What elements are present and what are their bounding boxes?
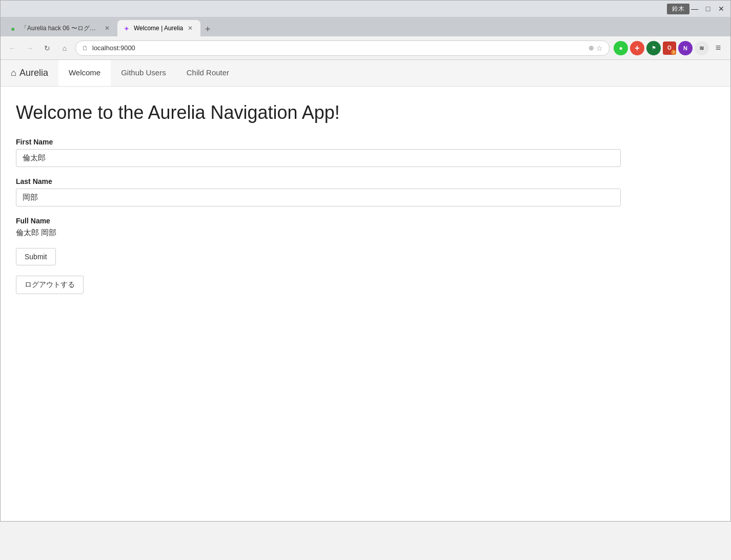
reload-button[interactable]: ↻ <box>40 42 54 55</box>
url-bar[interactable]: 🗋 localhost:9000 ⊕ ☆ <box>75 40 610 56</box>
nav-tab-child-router[interactable]: Child Router <box>176 60 239 86</box>
app-nav: ⌂ Aurelia Welcome Github Users Child Rou… <box>1 60 730 87</box>
nav-tabs: Welcome Github Users Child Router <box>58 60 239 86</box>
user-profile[interactable]: 鈴木 <box>667 4 689 14</box>
nav-tab-github-users[interactable]: Github Users <box>111 60 176 86</box>
title-bar: 鈴木 — □ ✕ <box>1 1 730 17</box>
full-name-label: Full Name <box>16 217 715 225</box>
tab2-title: Welcome | Aurelia <box>134 25 183 32</box>
logout-button[interactable]: ログアウトする <box>16 276 84 294</box>
nav-tab-welcome[interactable]: Welcome <box>58 60 111 86</box>
app-content: ⌂ Aurelia Welcome Github Users Child Rou… <box>1 60 730 521</box>
last-name-input[interactable] <box>16 189 621 206</box>
rss-icon: ⊕ <box>588 44 594 52</box>
home-button[interactable]: ⌂ <box>58 42 71 55</box>
minimize-button[interactable]: — <box>689 4 700 14</box>
new-tab-button[interactable]: + <box>200 22 215 36</box>
tab1-title: 「Aurelia hack 06 〜ログイン... <box>21 24 100 33</box>
extension-4-icon[interactable]: O 3 <box>663 42 676 55</box>
nav-brand[interactable]: ⌂ Aurelia <box>1 68 58 78</box>
first-name-input[interactable] <box>16 149 621 167</box>
close-button[interactable]: ✕ <box>716 4 726 14</box>
first-name-label: First Name <box>16 138 715 146</box>
back-icon: ← <box>9 44 16 52</box>
extension-2-icon[interactable]: + <box>630 41 644 55</box>
tab1-favicon: ● <box>11 25 18 32</box>
back-button[interactable]: ← <box>6 42 19 55</box>
extension-5-icon[interactable]: N <box>678 41 693 55</box>
first-name-group: First Name <box>16 138 715 167</box>
page-title: Welcome to the Aurelia Navigation App! <box>16 102 715 123</box>
address-bar: ← → ↻ ⌂ 🗋 localhost:9000 ⊕ ☆ ● + ⚑ <box>1 36 730 60</box>
extension-6-icon[interactable]: ≋ <box>695 41 709 55</box>
url-favicon-icon: 🗋 <box>82 45 89 52</box>
extension-1-icon[interactable]: ● <box>614 41 628 55</box>
tab2-favicon: ✦ <box>124 25 131 32</box>
forward-button[interactable]: → <box>23 42 36 55</box>
tab-bar: ● 「Aurelia hack 06 〜ログイン... ✕ ✦ Welcome … <box>1 17 730 36</box>
browser-tab-2[interactable]: ✦ Welcome | Aurelia ✕ <box>117 20 200 36</box>
full-name-group: Full Name 倫太郎 岡部 <box>16 217 715 238</box>
tab2-close[interactable]: ✕ <box>186 24 194 32</box>
full-name-value: 倫太郎 岡部 <box>16 228 715 238</box>
home-icon: ⌂ <box>63 44 67 52</box>
last-name-group: Last Name <box>16 177 715 206</box>
tab1-close[interactable]: ✕ <box>103 24 111 32</box>
url-text: localhost:9000 <box>92 44 585 52</box>
reload-icon: ↻ <box>44 44 50 52</box>
forward-icon: → <box>26 44 33 52</box>
brand-name: Aurelia <box>19 68 48 78</box>
restore-button[interactable]: □ <box>703 4 713 14</box>
main-content: Welcome to the Aurelia Navigation App! F… <box>1 87 730 309</box>
star-icon[interactable]: ☆ <box>596 44 603 52</box>
extension-3-icon[interactable]: ⚑ <box>646 41 661 55</box>
brand-home-icon: ⌂ <box>11 68 16 78</box>
submit-button[interactable]: Submit <box>16 248 56 265</box>
last-name-label: Last Name <box>16 177 715 185</box>
browser-tab-1[interactable]: ● 「Aurelia hack 06 〜ログイン... ✕ <box>5 20 117 36</box>
menu-button[interactable]: ≡ <box>711 41 725 55</box>
